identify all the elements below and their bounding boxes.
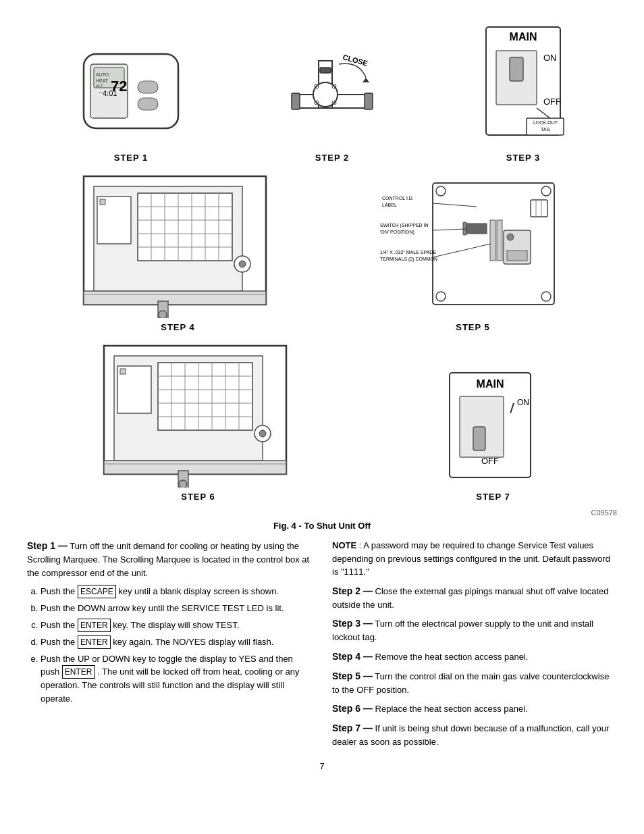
step6-diagram — [97, 339, 300, 488]
svg-rect-58 — [466, 224, 487, 234]
escape-key: ESCAPE — [78, 585, 116, 598]
text-right-col: NOTE : A password may be required to cha… — [332, 539, 617, 754]
step2-label: STEP 2 — [315, 153, 350, 163]
step5-diagram: CONTROL I.D. LABEL SWITCH (SHIPPED IN 'O… — [379, 170, 568, 318]
svg-text:TAG: TAG — [541, 127, 550, 132]
list-d-rest: key again. The NO/YES display will flash… — [113, 637, 273, 647]
svg-rect-79 — [158, 363, 252, 430]
svg-rect-46 — [100, 199, 105, 205]
step6-body: Replace the heat section access panel. — [375, 704, 528, 714]
enter-key-d: ENTER — [78, 635, 111, 649]
svg-rect-8 — [138, 81, 158, 93]
step2-block: CLOSE STEP 2 — [278, 41, 386, 163]
step7-block: MAIN ON OFF STEP 7 — [439, 366, 547, 502]
step1-block: AUTO HEAT ALT 72 ⁻4:01 STEP 1 — [70, 41, 192, 163]
svg-point-12 — [313, 82, 338, 107]
figure-caption: Fig. 4 - To Shut Unit Off — [27, 521, 617, 531]
step4-label: STEP 4 — [161, 322, 195, 332]
list-item-a: Push the ESCAPE key until a blank displa… — [41, 585, 312, 598]
step5-body: Turn the control dial on the main gas va… — [332, 671, 609, 695]
note-body: : A password may be required to change S… — [332, 540, 610, 577]
svg-text:OFF: OFF — [481, 456, 499, 466]
step5-text: Step 5 — Turn the control dial on the ma… — [332, 669, 617, 697]
step4-bold: Step 4 — — [332, 651, 373, 662]
step2-bold: Step 2 — — [332, 585, 373, 596]
svg-text:TERMINALS (2) COMMON: TERMINALS (2) COMMON — [380, 257, 437, 262]
step4-diagram — [77, 170, 279, 318]
svg-point-95 — [179, 480, 187, 488]
svg-rect-16 — [292, 93, 300, 109]
svg-text:HEAT: HEAT — [96, 78, 109, 83]
list-a-pre: Push the — [41, 586, 75, 596]
step1-text: Step 1 — Turn off the unit demand for co… — [27, 539, 312, 579]
step1-list: Push the ESCAPE key until a blank displa… — [41, 585, 312, 705]
svg-marker-14 — [363, 78, 369, 82]
svg-point-52 — [239, 261, 246, 267]
svg-point-57 — [541, 292, 551, 301]
step6-bold: Step 6 — — [332, 703, 373, 714]
svg-text:'ON' POSITION): 'ON' POSITION) — [380, 230, 414, 235]
svg-point-97 — [259, 430, 266, 437]
list-c-rest: key. The display will show TEST. — [113, 620, 239, 630]
svg-rect-26 — [510, 57, 523, 81]
step6-block: STEP 6 — [97, 339, 300, 502]
list-item-c: Push the ENTER key. The display will sho… — [41, 619, 312, 632]
svg-rect-59 — [463, 222, 466, 235]
step7-bold: Step 7 — — [332, 723, 373, 733]
list-a-rest: key until a blank display screen is show… — [118, 586, 279, 596]
page: AUTO HEAT ALT 72 ⁻4:01 STEP 1 — [0, 0, 644, 834]
list-c-pre: Push the — [41, 620, 75, 630]
page-number: 7 — [27, 761, 617, 771]
svg-text:LOCK-OUT: LOCK-OUT — [533, 120, 558, 125]
step3-bold: Step 3 — — [332, 618, 373, 629]
svg-text:1/4" X .032" MALE SPADE: 1/4" X .032" MALE SPADE — [380, 250, 436, 255]
list-item-d: Push the ENTER key again. The NO/YES dis… — [41, 635, 312, 649]
svg-rect-65 — [531, 200, 547, 217]
step3-label: STEP 3 — [506, 153, 541, 163]
svg-text:LABEL: LABEL — [382, 203, 397, 207]
svg-rect-34 — [138, 193, 232, 261]
step3-diagram: MAIN ON OFF LOCK-OUT TAG — [473, 14, 574, 149]
enter-key-c: ENTER — [78, 619, 111, 632]
enter-key-e: ENTER — [62, 665, 95, 679]
step6-text: Step 6 — Replace the heat section access… — [332, 702, 617, 716]
steps-bottom-row: STEP 6 MAIN ON OFF STEP 7 — [27, 339, 617, 502]
step4-text: Step 4 — Remove the heat section access … — [332, 650, 617, 664]
step2-text: Step 2 — Close the external gas pipings … — [332, 584, 617, 612]
svg-rect-61 — [497, 220, 502, 261]
step1-bold: Step 1 — — [27, 540, 68, 551]
note-text: NOTE : A password may be required to cha… — [332, 539, 617, 579]
svg-rect-17 — [365, 93, 373, 109]
note-label: NOTE — [332, 540, 356, 550]
step2-diagram: CLOSE — [278, 41, 386, 149]
svg-rect-92 — [104, 461, 286, 474]
svg-rect-64 — [507, 251, 527, 261]
step6-label: STEP 6 — [181, 492, 215, 502]
step7-label: STEP 7 — [476, 492, 510, 502]
svg-text:ALT: ALT — [96, 84, 103, 88]
svg-text:ON: ON — [543, 53, 557, 63]
step7-body: If unit is being shut down because of a … — [332, 723, 609, 747]
list-item-b: Push the DOWN arrow key until the SERVIC… — [41, 602, 312, 615]
svg-rect-60 — [490, 220, 495, 261]
step7-text: Step 7 — If unit is being shut down beca… — [332, 721, 617, 749]
step4-block: STEP 4 — [77, 170, 279, 332]
svg-point-50 — [159, 311, 167, 318]
step3-text: Step 3 — Turn off the electrical power s… — [332, 617, 617, 644]
step5-bold: Step 5 — — [332, 671, 373, 681]
svg-text:ON: ON — [517, 398, 529, 407]
svg-text:AUTO: AUTO — [96, 72, 109, 77]
step1-body: Turn off the unit demand for cooling or … — [27, 541, 309, 578]
list-d-pre: Push the — [41, 637, 75, 647]
step4-body: Remove the heat section access panel. — [375, 652, 529, 662]
svg-rect-103 — [473, 427, 485, 450]
svg-rect-91 — [120, 369, 126, 374]
step1-label: STEP 1 — [114, 153, 149, 163]
svg-text:MAIN: MAIN — [476, 378, 504, 390]
svg-rect-47 — [84, 291, 266, 305]
svg-text:⁻4:01: ⁻4:01 — [99, 89, 117, 97]
step3-block: MAIN ON OFF LOCK-OUT TAG STEP 3 — [473, 14, 574, 163]
svg-rect-9 — [138, 98, 158, 110]
svg-point-63 — [507, 234, 514, 240]
step2-body: Close the external gas pipings manual sh… — [332, 586, 608, 610]
